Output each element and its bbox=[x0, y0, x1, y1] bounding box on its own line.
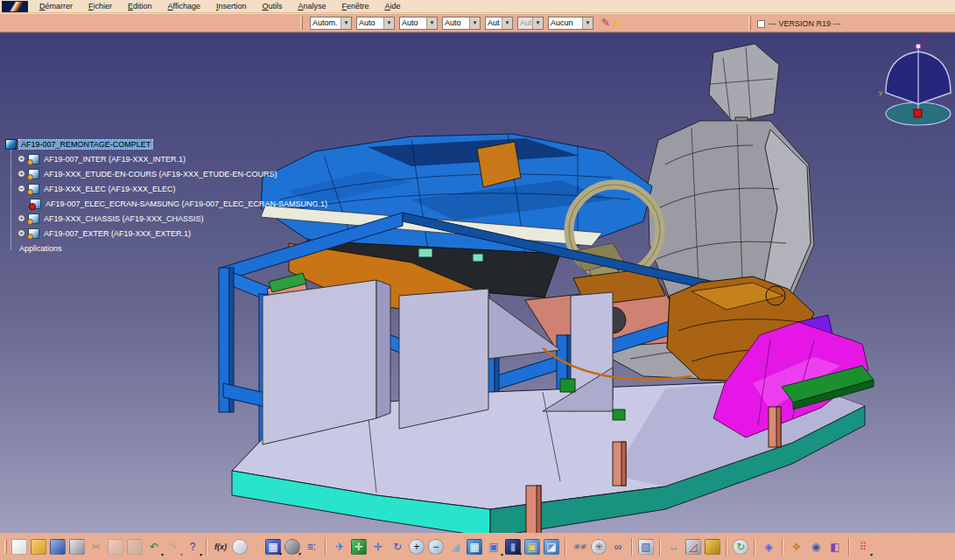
hide-show-icon[interactable]: ∞ bbox=[610, 539, 626, 555]
expand-node-icon[interactable]: + bbox=[18, 229, 25, 237]
render-tools-icon[interactable]: ◉ bbox=[808, 539, 824, 555]
formula-fx-icon[interactable]: f(x) bbox=[213, 539, 228, 555]
graphic-properties-dropdown-3[interactable]: Auto▼ bbox=[399, 17, 438, 30]
design-table-icon[interactable]: ▦▾ bbox=[265, 539, 281, 555]
compass-y-label: y bbox=[879, 88, 882, 96]
toolbar-grip[interactable] bbox=[748, 17, 751, 31]
dropdown-value: Auto bbox=[357, 18, 383, 27]
pan-icon[interactable]: ✛ bbox=[370, 539, 386, 555]
view-mode-2-icon[interactable]: ◪ bbox=[544, 539, 559, 555]
fly-mode-icon[interactable]: ✈ bbox=[332, 539, 348, 555]
lock-icon[interactable]: ▾ bbox=[284, 539, 300, 555]
toolbar-overflow-icon[interactable]: ⠿▾ bbox=[855, 539, 871, 555]
multi-view-icon[interactable]: ▦ bbox=[467, 539, 482, 555]
graphic-properties-dropdown-1[interactable]: Autom.▼ bbox=[310, 17, 352, 30]
tree-item-label[interactable]: AF19-XXX_ETUDE-EN-COURS (AF19-XXX_ETUDE-… bbox=[42, 170, 279, 178]
dropdown-value: Auto bbox=[443, 18, 469, 27]
dropdown-arrow-icon[interactable]: ▾ bbox=[519, 550, 522, 556]
update-icon[interactable]: ↻ bbox=[733, 539, 748, 555]
collapse-node-icon[interactable]: − bbox=[18, 185, 25, 192]
tree-item-label[interactable]: AF19-007_ELEC_ECRAN-SAMSUNG (AF19-007_EL… bbox=[44, 200, 329, 208]
dropdown-arrow-icon[interactable]: ▾ bbox=[501, 551, 503, 557]
gear-options-icon[interactable]: ✳ bbox=[591, 539, 607, 555]
graphic-properties-dropdown-2[interactable]: Auto▼ bbox=[356, 17, 395, 30]
dropdown-arrow-icon[interactable]: ▾ bbox=[161, 551, 164, 557]
3d-model-scene[interactable]: Z y x bbox=[0, 33, 955, 533]
menu-fichier[interactable]: Fichier bbox=[81, 0, 120, 13]
menu-affichage[interactable]: Affichage bbox=[160, 0, 208, 13]
normal-view-icon[interactable]: ◢ bbox=[447, 539, 463, 555]
material-icon[interactable]: ◧ bbox=[827, 539, 843, 555]
expand-node-icon[interactable]: + bbox=[18, 170, 25, 178]
product-icon[interactable] bbox=[5, 139, 17, 150]
part-icon[interactable] bbox=[28, 169, 39, 179]
part-icon[interactable] bbox=[28, 214, 39, 224]
graphic-properties-dropdown-5[interactable]: Aut▼ bbox=[485, 17, 513, 30]
eraser-icon[interactable]: ◈ bbox=[761, 539, 776, 555]
tree-item-label[interactable]: AF19-007_EXTER (AF19-XXX_EXTER.1) bbox=[42, 229, 193, 238]
chevron-down-icon[interactable]: ▼ bbox=[341, 18, 351, 29]
chevron-down-icon[interactable]: ▼ bbox=[469, 18, 480, 29]
gold-padlock-icon[interactable] bbox=[705, 539, 720, 555]
save-icon[interactable] bbox=[50, 539, 66, 555]
knowledge-icon: ◦ bbox=[251, 541, 262, 553]
tree-item-label[interactable]: AF19-007_INTER (AF19-XXX_INTER.1) bbox=[42, 155, 187, 164]
chevron-down-icon[interactable]: ▼ bbox=[502, 18, 512, 29]
zoom-out-icon[interactable]: − bbox=[428, 539, 444, 555]
rotate-icon[interactable]: ↻ bbox=[390, 539, 405, 555]
expand-node-icon[interactable]: + bbox=[18, 155, 25, 163]
print-icon[interactable] bbox=[69, 539, 85, 555]
swap-visible-space-icon[interactable]: ▧ bbox=[638, 539, 654, 555]
view-mode-1-icon[interactable]: ▣ bbox=[524, 539, 540, 555]
part-error-icon[interactable] bbox=[30, 199, 41, 209]
zoom-in-icon[interactable]: + bbox=[409, 539, 425, 555]
comment-icon[interactable] bbox=[232, 539, 248, 555]
menu-demarrer[interactable]: Démarrer bbox=[32, 0, 81, 13]
light-source-icon[interactable]: ● bbox=[614, 17, 620, 29]
part-icon[interactable] bbox=[28, 228, 39, 239]
version-checkbox[interactable] bbox=[757, 20, 765, 28]
toolbar-grip[interactable] bbox=[300, 16, 303, 30]
gears-icon[interactable]: ✳✳ bbox=[572, 539, 587, 555]
paintbrush-icon[interactable]: ✎ bbox=[601, 17, 610, 29]
render-style-icon[interactable]: ▮▾ bbox=[505, 539, 521, 555]
part-icon[interactable] bbox=[28, 184, 39, 194]
chevron-down-icon[interactable]: ▼ bbox=[426, 18, 437, 29]
new-document-icon[interactable] bbox=[11, 539, 27, 555]
cut-icon: ✂ bbox=[88, 539, 104, 555]
part-icon[interactable] bbox=[28, 154, 39, 164]
menu-outils[interactable]: Outils bbox=[254, 0, 290, 13]
dropdown-arrow-icon[interactable]: ▾ bbox=[279, 550, 282, 556]
chevron-down-icon[interactable]: ▼ bbox=[582, 18, 593, 29]
expand-node-icon[interactable]: + bbox=[18, 214, 25, 222]
rule-editor-icon[interactable]: ≡: bbox=[304, 539, 320, 555]
menu-edition[interactable]: Edition bbox=[120, 0, 160, 13]
dropdown-arrow-icon[interactable]: ▾ bbox=[298, 550, 301, 556]
dropdown-arrow-icon[interactable]: ▾ bbox=[180, 551, 183, 557]
toolbar-separator bbox=[325, 538, 327, 556]
graphic-properties-dropdown-7[interactable]: Aucun▼ bbox=[548, 17, 593, 30]
tree-item-label[interactable]: Applications bbox=[18, 244, 64, 253]
graphic-properties-dropdown-4[interactable]: Auto▼ bbox=[442, 17, 481, 30]
iso-view-cube-icon[interactable]: ▣▾ bbox=[486, 539, 502, 555]
menu-fenetre[interactable]: Fenêtre bbox=[334, 0, 377, 13]
chevron-down-icon[interactable]: ▼ bbox=[383, 18, 394, 29]
catalog-icon[interactable]: ❖ bbox=[789, 539, 804, 555]
toolbar-grip[interactable] bbox=[4, 540, 7, 554]
menu-aide[interactable]: Aide bbox=[377, 0, 409, 13]
tree-item-label[interactable]: AF19-007_REMONTAGE-COMPLET bbox=[19, 140, 152, 149]
dropdown-arrow-icon[interactable]: ▾ bbox=[200, 551, 202, 557]
context-help-icon[interactable]: ?▾ bbox=[185, 539, 200, 555]
dropdown-arrow-icon[interactable]: ▾ bbox=[870, 551, 873, 557]
fit-all-icon[interactable]: ✛ bbox=[351, 539, 367, 555]
open-folder-icon[interactable] bbox=[31, 539, 46, 555]
3d-viewport[interactable]: Z y x AF19-007_REMONTAGE-COMPLET+AF19-00… bbox=[0, 32, 955, 532]
tree-item-label[interactable]: AF19-XXX_ELEC (AF19-XXX_ELEC) bbox=[42, 185, 178, 193]
app-logo-icon[interactable] bbox=[2, 1, 28, 12]
menu-insertion[interactable]: Insertion bbox=[208, 0, 255, 13]
measure-between-icon[interactable]: ↔ bbox=[666, 539, 682, 555]
undo-icon[interactable]: ↶▾ bbox=[146, 539, 162, 555]
measure-item-icon[interactable]: ◿ bbox=[685, 539, 701, 555]
tree-item-label[interactable]: AF19-XXX_CHASSIS (AF19-XXX_CHASSIS) bbox=[42, 214, 206, 223]
menu-analyse[interactable]: Analyse bbox=[291, 0, 334, 13]
